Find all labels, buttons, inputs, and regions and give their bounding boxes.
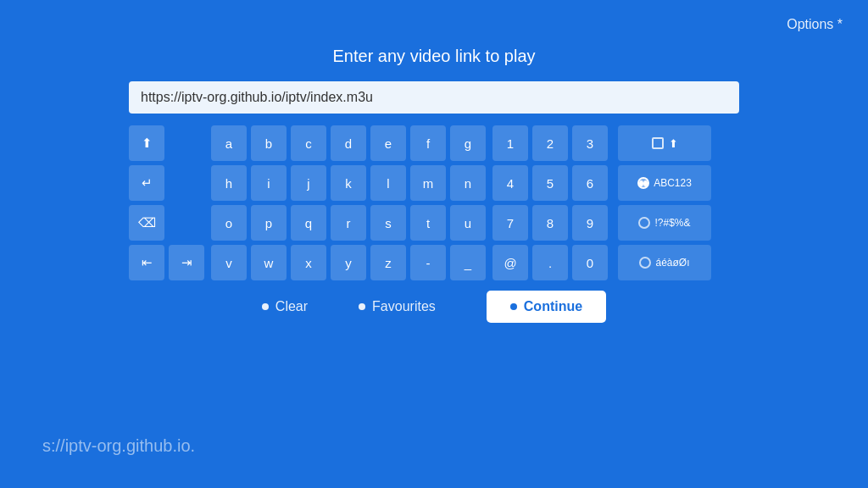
num-row-1: 1 2 3 xyxy=(492,125,608,161)
key-u[interactable]: u xyxy=(450,205,486,241)
key-f[interactable]: f xyxy=(410,125,446,161)
key-j[interactable]: j xyxy=(291,165,326,201)
continue-label: Continue xyxy=(524,299,582,314)
cursor-right-key[interactable]: ⇥ xyxy=(169,245,204,280)
special-keys: ⬆ ↵ ⌫ ⇤ ⇥ xyxy=(129,125,204,280)
key-y[interactable]: y xyxy=(331,245,366,280)
caps-arrow-icon: ⬆ xyxy=(669,137,678,150)
key-a[interactable]: a xyxy=(211,125,247,161)
cursor-left-key[interactable]: ⇤ xyxy=(129,245,164,280)
key-s[interactable]: s xyxy=(370,205,406,241)
page-title: Enter any video link to play xyxy=(0,47,868,66)
shift-key[interactable]: ⬆ xyxy=(129,125,164,161)
key-v[interactable]: v xyxy=(211,245,247,280)
alpha-keys: a b c d e f g h i j k l m n o p q r s t … xyxy=(211,125,486,280)
key-7[interactable]: 7 xyxy=(492,205,528,241)
alpha-row-1: a b c d e f g xyxy=(211,125,486,161)
key-4[interactable]: 4 xyxy=(492,165,528,201)
key-x[interactable]: x xyxy=(291,245,326,280)
key-d[interactable]: d xyxy=(331,125,366,161)
caps-icon xyxy=(652,137,664,149)
key-1[interactable]: 1 xyxy=(492,125,528,161)
key-l[interactable]: l xyxy=(370,165,406,201)
symbols-label: !?#$%& xyxy=(654,217,690,229)
key-p[interactable]: p xyxy=(251,205,287,241)
key-t[interactable]: t xyxy=(410,205,446,241)
caps-mode-button[interactable]: ⬆ xyxy=(618,125,711,161)
url-input[interactable] xyxy=(129,81,739,114)
key-c[interactable]: c xyxy=(291,125,326,161)
favourites-dot xyxy=(359,303,365,310)
num-row-2: 4 5 6 xyxy=(492,165,608,201)
favourites-button[interactable]: Favourites xyxy=(359,299,436,314)
abc123-mode-button[interactable]: ABC123 xyxy=(618,165,711,201)
key-i[interactable]: i xyxy=(251,165,287,201)
key-g[interactable]: g xyxy=(450,125,486,161)
abc123-radio xyxy=(637,177,649,189)
key-dash[interactable]: - xyxy=(410,245,446,280)
url-preview: s://iptv-org.github.io. xyxy=(42,436,195,456)
accents-label: áéàøØı xyxy=(655,257,689,269)
num-keys: 1 2 3 4 5 6 7 8 9 @ . 0 xyxy=(492,125,608,280)
key-o[interactable]: o xyxy=(211,205,247,241)
options-button[interactable]: Options * xyxy=(787,17,843,32)
clear-dot xyxy=(262,303,269,310)
mode-keys: ⬆ ABC123 !?#$%& áéàøØı xyxy=(618,125,711,280)
accents-mode-button[interactable]: áéàøØı xyxy=(618,245,711,280)
key-n[interactable]: n xyxy=(450,165,486,201)
num-row-4: @ . 0 xyxy=(492,245,608,280)
key-q[interactable]: q xyxy=(291,205,326,241)
alpha-row-3: o p q r s t u xyxy=(211,205,486,241)
clear-button[interactable]: Clear xyxy=(262,299,308,314)
key-w[interactable]: w xyxy=(251,245,287,280)
symbols-radio xyxy=(638,217,650,229)
key-b[interactable]: b xyxy=(251,125,287,161)
alpha-row-4: v w x y z - _ xyxy=(211,245,486,280)
action-row: Clear Favourites Continue xyxy=(129,291,739,323)
key-r[interactable]: r xyxy=(331,205,366,241)
continue-dot xyxy=(510,303,517,310)
key-9[interactable]: 9 xyxy=(572,205,608,241)
clear-label: Clear xyxy=(275,299,308,314)
key-e[interactable]: e xyxy=(370,125,406,161)
num-row-3: 7 8 9 xyxy=(492,205,608,241)
alpha-row-2: h i j k l m n xyxy=(211,165,486,201)
key-5[interactable]: 5 xyxy=(532,165,568,201)
tab-key[interactable]: ↵ xyxy=(129,165,164,201)
favourites-label: Favourites xyxy=(372,299,436,314)
backspace-key[interactable]: ⌫ xyxy=(129,205,164,241)
key-z[interactable]: z xyxy=(370,245,406,280)
key-underscore[interactable]: _ xyxy=(450,245,486,280)
abc123-label: ABC123 xyxy=(654,177,692,189)
url-input-wrap xyxy=(129,81,739,114)
keyboard: ⬆ ↵ ⌫ ⇤ ⇥ a b c d e f g h i j k l m n xyxy=(129,125,739,280)
key-dot[interactable]: . xyxy=(532,245,568,280)
symbols-mode-button[interactable]: !?#$%& xyxy=(618,205,711,241)
key-8[interactable]: 8 xyxy=(532,205,568,241)
key-h[interactable]: h xyxy=(211,165,247,201)
accents-radio xyxy=(639,257,651,269)
key-k[interactable]: k xyxy=(331,165,366,201)
key-0[interactable]: 0 xyxy=(572,245,608,280)
key-6[interactable]: 6 xyxy=(572,165,608,201)
key-3[interactable]: 3 xyxy=(572,125,608,161)
key-m[interactable]: m xyxy=(410,165,446,201)
key-at[interactable]: @ xyxy=(492,245,528,280)
continue-button[interactable]: Continue xyxy=(487,291,606,323)
key-2[interactable]: 2 xyxy=(532,125,568,161)
